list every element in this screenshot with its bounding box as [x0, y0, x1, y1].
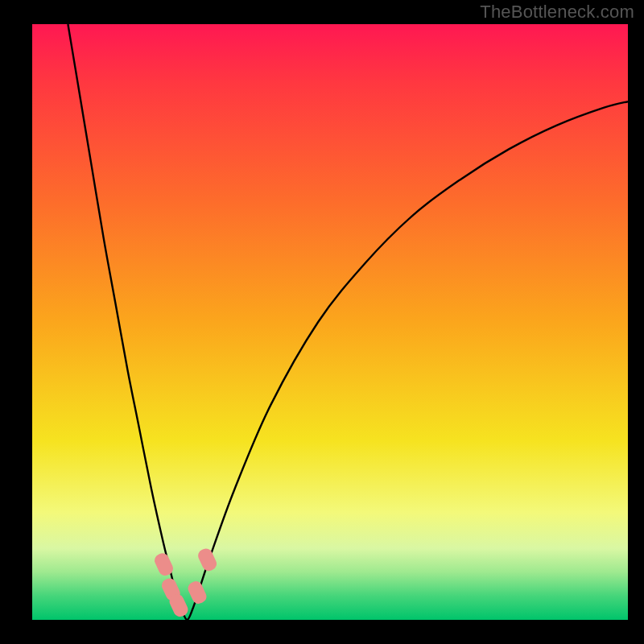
gradient-background: [32, 24, 628, 620]
outer-frame: TheBottleneck.com: [0, 0, 644, 644]
watermark-text: TheBottleneck.com: [480, 2, 634, 23]
plot-area: [32, 24, 628, 620]
bottleneck-curve-chart: [32, 24, 628, 620]
